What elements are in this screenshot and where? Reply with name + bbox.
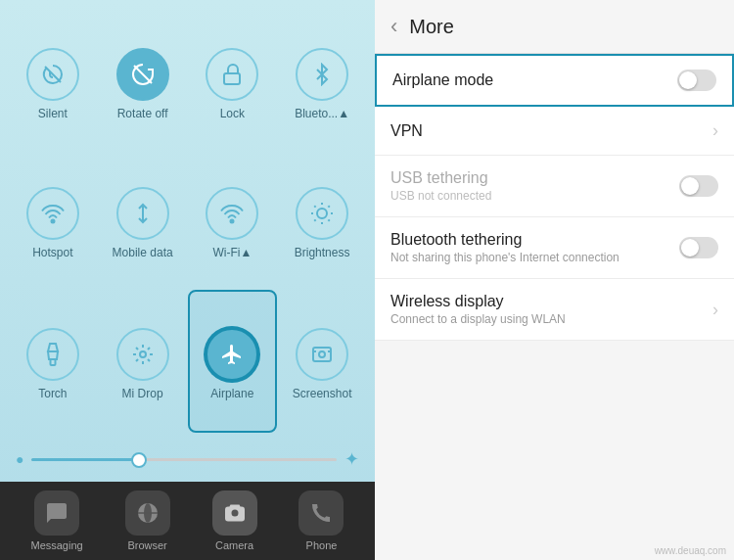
tile-brightness[interactable]: Brightness [277,151,367,290]
svg-line-1 [134,66,152,83]
quick-tiles-grid: Silent Rotate off Lock [0,0,375,441]
wireless-display-subtitle: Connect to a display using WLAN [390,312,566,326]
airplane-mode-row[interactable]: Airplane mode [375,54,734,107]
wifi-label: Wi-Fi▲ [212,246,252,259]
torch-icon [26,328,79,381]
airplane-mode-info: Airplane mode [392,71,493,89]
torch-label: Torch [38,387,67,400]
tile-mobile-data[interactable]: Mobile data [98,151,188,290]
airplane-label: Airplane [210,387,253,400]
app-camera[interactable]: Camera [212,490,257,551]
svg-line-13 [314,219,315,220]
wireless-display-chevron: › [712,300,718,320]
brightness-slider[interactable] [31,458,337,461]
svg-line-14 [328,206,329,207]
mi-drop-icon [116,328,169,381]
vpn-row[interactable]: VPN › [375,107,734,156]
screenshot-icon [296,328,348,381]
svg-point-6 [317,209,327,218]
rotate-off-icon [116,48,169,101]
vpn-info: VPN [390,122,423,140]
usb-tethering-toggle-thumb [681,177,699,195]
app-browser[interactable]: Browser [125,490,170,551]
watermark: www.deuaq.com [375,541,734,560]
tile-mi-drop[interactable]: Mi Drop [98,290,188,433]
wifi-icon [206,187,258,240]
settings-list: Airplane mode VPN › USB tethering USB no… [375,54,734,541]
mobile-data-icon [116,187,169,240]
screenshot-label: Screenshot [293,387,352,400]
page-title: More [409,16,454,38]
airplane-mode-toggle[interactable] [677,70,716,91]
usb-tethering-row[interactable]: USB tethering USB not connected [375,156,734,217]
usb-tethering-toggle[interactable] [679,175,718,197]
silent-label: Silent [38,107,68,120]
wireless-display-title: Wireless display [390,293,566,310]
back-button[interactable]: ‹ [390,14,397,39]
hotspot-label: Hotspot [32,246,72,259]
wireless-display-info: Wireless display Connect to a display us… [390,293,566,326]
bottom-app-bar: Messaging Browser Camera [0,482,375,560]
brightness-min-icon: ● [16,451,23,467]
bluetooth-label: Blueto...▲ [295,107,349,120]
airplane-icon [206,328,258,381]
messaging-label: Messaging [30,539,82,551]
airplane-mode-toggle-thumb [679,71,697,89]
left-panel: Silent Rotate off Lock [0,0,375,560]
brightness-max-icon: ✦ [344,448,359,470]
bluetooth-tethering-info: Bluetooth tethering Not sharing this pho… [390,231,619,264]
tile-silent[interactable]: Silent [8,12,98,151]
tile-hotspot[interactable]: Hotspot [8,151,98,290]
tile-screenshot[interactable]: Screenshot [277,290,367,433]
bluetooth-tethering-subtitle: Not sharing this phone's Internet connec… [390,251,619,264]
usb-tethering-subtitle: USB not connected [390,189,491,203]
tile-wifi[interactable]: Wi-Fi▲ [188,151,278,290]
right-panel: ‹ More Airplane mode VPN › USB tethering… [375,0,734,560]
app-messaging[interactable]: Messaging [30,490,82,551]
bluetooth-tethering-row[interactable]: Bluetooth tethering Not sharing this pho… [375,217,734,279]
bluetooth-tethering-toggle[interactable] [679,237,718,258]
svg-point-18 [319,351,325,357]
browser-label: Browser [127,539,166,551]
svg-rect-15 [50,359,55,365]
lock-icon [206,48,258,101]
svg-point-5 [231,220,234,223]
airplane-mode-title: Airplane mode [392,71,493,89]
tile-airplane[interactable]: Airplane [188,290,278,433]
lock-label: Lock [220,107,245,120]
bluetooth-icon [296,48,348,101]
tile-bluetooth[interactable]: Blueto...▲ [277,12,367,151]
tile-rotate-off[interactable]: Rotate off [98,12,188,151]
svg-rect-17 [313,348,331,361]
brightness-fill [31,458,138,461]
settings-header: ‹ More [375,0,734,54]
brightness-thumb[interactable] [131,452,147,468]
mobile-data-label: Mobile data [113,246,173,259]
browser-icon [125,490,170,536]
brightness-icon [296,187,348,240]
camera-label: Camera [215,539,253,551]
camera-icon [212,490,257,536]
bluetooth-tethering-toggle-thumb [681,239,699,257]
tile-torch[interactable]: Torch [8,290,98,433]
svg-point-16 [140,351,146,357]
usb-tethering-info: USB tethering USB not connected [390,169,491,203]
usb-tethering-title: USB tethering [390,169,491,187]
svg-rect-2 [224,73,240,84]
app-phone[interactable]: Phone [298,490,344,551]
vpn-title: VPN [390,122,423,140]
messaging-icon [34,490,79,536]
silent-icon [26,48,79,101]
phone-label: Phone [306,539,338,551]
brightness-label: Brightness [295,246,350,259]
svg-line-10 [328,219,329,220]
svg-line-0 [45,67,61,82]
rotate-off-label: Rotate off [117,107,168,120]
brightness-slider-area: ● ✦ [0,441,375,482]
vpn-chevron: › [712,120,718,141]
bluetooth-tethering-title: Bluetooth tethering [390,231,619,249]
svg-point-3 [51,220,54,223]
tile-lock[interactable]: Lock [188,12,278,151]
phone-icon [298,490,344,536]
wireless-display-row[interactable]: Wireless display Connect to a display us… [375,279,734,341]
